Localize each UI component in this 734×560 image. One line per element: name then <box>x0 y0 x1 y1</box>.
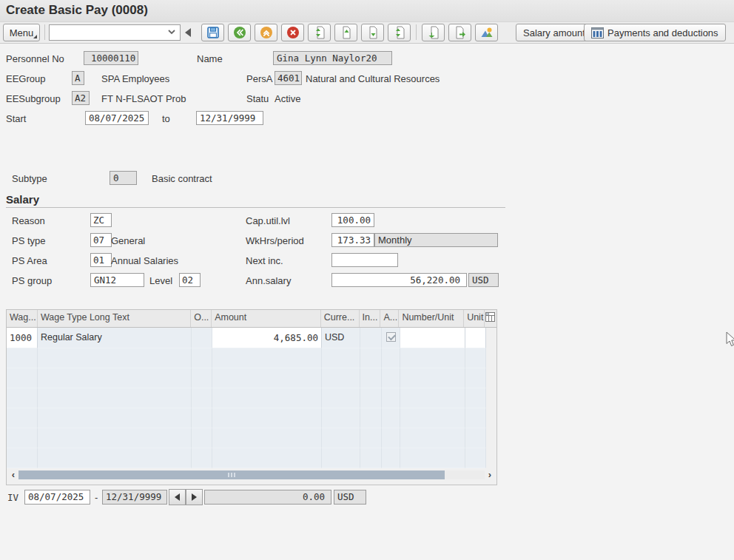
empty-cell[interactable] <box>465 448 486 468</box>
empty-cell[interactable] <box>192 408 212 428</box>
empty-cell[interactable] <box>322 448 360 468</box>
next-interval-button[interactable] <box>186 489 203 505</box>
next-page-button[interactable] <box>361 24 384 41</box>
empty-cell[interactable] <box>400 428 465 448</box>
cell-unit[interactable] <box>465 328 486 348</box>
cancel-button[interactable] <box>281 24 304 41</box>
empty-cell[interactable] <box>7 388 38 408</box>
empty-cell[interactable] <box>400 348 465 368</box>
empty-cell[interactable] <box>38 428 192 448</box>
empty-cell[interactable] <box>382 428 400 448</box>
empty-cell[interactable] <box>400 448 465 468</box>
next-record-button[interactable] <box>448 24 471 41</box>
empty-cell[interactable] <box>192 348 212 368</box>
empty-cell[interactable] <box>360 388 382 408</box>
empty-cell[interactable] <box>322 408 360 428</box>
empty-cell[interactable] <box>465 368 486 388</box>
wage-table-empty-row[interactable] <box>7 428 496 448</box>
cell-number-unit[interactable] <box>400 328 465 348</box>
payments-deductions-button[interactable]: Payments and deductions <box>584 24 726 41</box>
collapse-toolbar-icon[interactable] <box>185 28 191 37</box>
cell-amount[interactable]: 4,685.00 <box>212 328 322 348</box>
col-header-amount[interactable]: Amount <box>212 310 321 327</box>
empty-cell[interactable] <box>38 348 192 368</box>
empty-cell[interactable] <box>465 408 486 428</box>
ps-type-field[interactable]: 07 <box>90 233 112 247</box>
level-field[interactable]: 02 <box>179 273 201 287</box>
empty-cell[interactable] <box>465 348 486 368</box>
empty-cell[interactable] <box>38 388 192 408</box>
empty-cell[interactable] <box>382 388 400 408</box>
empty-cell[interactable] <box>192 368 212 388</box>
save-button[interactable] <box>201 24 224 41</box>
empty-cell[interactable] <box>382 368 400 388</box>
empty-cell[interactable] <box>465 428 486 448</box>
ps-area-field[interactable]: 01 <box>90 253 112 267</box>
empty-cell[interactable] <box>360 408 382 428</box>
empty-cell[interactable] <box>7 368 38 388</box>
chevron-down-icon[interactable] <box>167 29 176 35</box>
empty-cell[interactable] <box>38 448 192 468</box>
col-header-a[interactable]: A... <box>380 310 399 327</box>
empty-cell[interactable] <box>465 388 486 408</box>
wage-table-empty-row[interactable] <box>7 448 496 468</box>
empty-cell[interactable] <box>382 408 400 428</box>
empty-cell[interactable] <box>212 428 322 448</box>
command-field[interactable] <box>49 24 181 41</box>
empty-cell[interactable] <box>7 408 38 428</box>
wage-table-empty-row[interactable] <box>7 408 496 428</box>
previous-interval-button[interactable] <box>169 489 186 505</box>
scrollbar-thumb[interactable] <box>18 470 445 479</box>
empty-cell[interactable] <box>400 368 465 388</box>
empty-cell[interactable] <box>400 408 465 428</box>
empty-cell[interactable] <box>212 368 322 388</box>
empty-cell[interactable] <box>192 388 212 408</box>
col-header-currency[interactable]: Curre... <box>321 310 360 327</box>
empty-cell[interactable] <box>322 368 360 388</box>
empty-cell[interactable] <box>360 368 382 388</box>
empty-cell[interactable] <box>360 428 382 448</box>
empty-cell[interactable] <box>38 408 192 428</box>
empty-cell[interactable] <box>400 388 465 408</box>
empty-cell[interactable] <box>7 348 38 368</box>
col-header-unit[interactable]: Unit <box>464 310 485 327</box>
col-header-indirect[interactable]: In... <box>360 310 381 327</box>
wage-table-empty-row[interactable] <box>7 388 496 408</box>
table-config-button[interactable] <box>485 310 496 327</box>
empty-cell[interactable] <box>7 448 38 468</box>
empty-cell[interactable] <box>322 428 360 448</box>
previous-record-button[interactable] <box>422 24 445 41</box>
col-header-number-unit[interactable]: Number/Unit <box>399 310 464 327</box>
empty-cell[interactable] <box>192 448 212 468</box>
col-header-wage-type[interactable]: Wag... <box>7 310 38 327</box>
salary-amount-button[interactable]: Salary amount <box>516 24 593 41</box>
ann-salary-field[interactable]: 56,220.00 <box>331 273 467 287</box>
empty-cell[interactable] <box>322 348 360 368</box>
empty-cell[interactable] <box>212 448 322 468</box>
empty-cell[interactable] <box>360 348 382 368</box>
wage-table-empty-row[interactable] <box>7 348 496 368</box>
wage-table-empty-row[interactable] <box>7 368 496 388</box>
menu-button[interactable]: Menu <box>3 24 40 41</box>
exit-button[interactable] <box>255 24 277 41</box>
overview-button[interactable] <box>475 24 498 41</box>
empty-cell[interactable] <box>322 388 360 408</box>
iv-start-date-field[interactable]: 08/07/2025 <box>24 490 90 505</box>
empty-cell[interactable] <box>382 448 400 468</box>
wkhrs-field[interactable]: 173.33 <box>331 233 374 247</box>
first-page-button[interactable] <box>308 24 331 41</box>
back-button[interactable] <box>228 24 251 41</box>
start-date-field[interactable]: 08/07/2025 <box>85 111 149 125</box>
empty-cell[interactable] <box>212 348 322 368</box>
empty-cell[interactable] <box>192 428 212 448</box>
empty-cell[interactable] <box>360 448 382 468</box>
ps-group-field[interactable]: GN12 <box>90 273 144 287</box>
empty-cell[interactable] <box>382 348 400 368</box>
empty-cell[interactable] <box>212 388 322 408</box>
previous-page-button[interactable] <box>334 24 357 41</box>
scroll-left-icon[interactable]: ‹ <box>8 470 18 480</box>
cell-wage-type[interactable]: 1000 <box>7 328 38 348</box>
last-page-button[interactable] <box>388 24 411 41</box>
scrollbar-track[interactable] <box>18 470 485 479</box>
next-inc-field[interactable] <box>331 253 398 267</box>
